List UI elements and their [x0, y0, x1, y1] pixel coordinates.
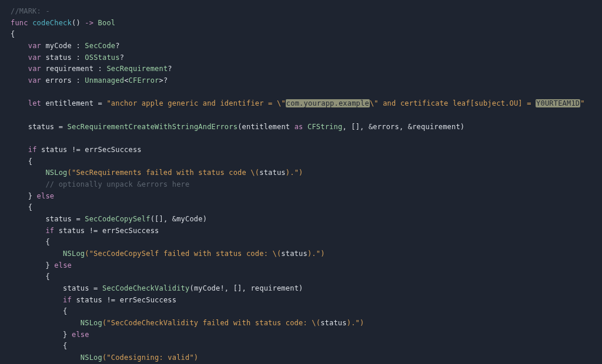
kw-var: var — [28, 65, 41, 73]
cond-status: status != — [41, 146, 81, 154]
fn-parens: () — [72, 19, 81, 27]
type-cferror: CFError — [129, 76, 159, 85]
kw-var: var — [28, 53, 41, 62]
eq: = — [59, 123, 63, 131]
log3-mid: status — [320, 319, 347, 327]
brace: } — [63, 331, 67, 339]
colon: : — [76, 42, 80, 50]
lhs-status: status = — [45, 215, 80, 223]
kw-else: else — [54, 261, 72, 269]
str-ent-1: "anchor apple generic and identifier = \… — [106, 99, 285, 107]
str-ent-3: " — [580, 99, 584, 107]
colon: : — [98, 65, 102, 73]
brace: { — [28, 203, 32, 211]
brace: { — [63, 342, 67, 350]
log1-post: ).") — [286, 168, 303, 177]
err-const: errSecSuccess — [102, 227, 159, 235]
type-seccode: SecCode — [85, 42, 115, 50]
cond-status: status != — [76, 296, 115, 304]
fn-checkvalidity: SecCodeCheckValidity — [102, 284, 190, 292]
comment-unpack: // optionally unpack &errors here — [45, 180, 189, 188]
hl-bundleid: com.yourapp.example — [286, 99, 370, 107]
eq: = — [98, 99, 102, 107]
kw-var: var — [28, 42, 41, 50]
kw-var: var — [28, 76, 41, 85]
log2-post: ).") — [307, 250, 325, 258]
brace: { — [45, 272, 49, 281]
arrow: -> — [85, 19, 93, 27]
arg-ent: entitlement — [242, 123, 290, 131]
paren: ( — [238, 123, 242, 131]
var-mycode: myCode — [45, 42, 72, 50]
gtq: >? — [159, 76, 168, 85]
kw-as: as — [295, 123, 303, 131]
log2-pre: ("SecCodeCopySelf failed with status cod… — [85, 250, 281, 258]
opt: ? — [115, 42, 119, 50]
fn-name: codeCheck — [32, 19, 72, 27]
str-ent-2: \" and certificate leaf[subject.OU] = — [370, 99, 536, 107]
brace: } — [45, 261, 49, 269]
log4: ("Codesigning: valid") — [102, 353, 198, 362]
err-const: errSecSuccess — [85, 146, 142, 154]
kw-if: if — [45, 227, 54, 235]
type-cfstring: CFString — [307, 123, 342, 131]
log3-pre: ("SecCodeCheckValidity failed with statu… — [102, 319, 320, 327]
nslog: NSLog — [81, 319, 102, 327]
log2-mid: status — [281, 250, 307, 258]
cond-status: status != — [59, 227, 98, 235]
type-bool: Bool — [98, 19, 116, 27]
var-errors: errors — [45, 76, 72, 85]
comment-mark: //MARK: - — [11, 7, 50, 15]
type-secreq: SecRequirement — [106, 65, 168, 73]
var-entitlement: entitlement — [45, 99, 93, 107]
fn-secreq-create: SecRequirementCreateWithStringAndErrors — [68, 123, 238, 131]
type-osstatus: OSStatus — [85, 53, 119, 62]
brace: } — [28, 192, 32, 200]
args-checkvalidity: (myCode!, [], requirement) — [189, 284, 303, 292]
colon: : — [76, 53, 80, 62]
brace: { — [63, 307, 67, 315]
nslog: NSLog — [63, 250, 85, 258]
lhs-status: status = — [63, 284, 98, 292]
brace: { — [11, 30, 15, 38]
args-copyself: ([], &myCode) — [150, 215, 208, 223]
lhs-status: status — [28, 123, 55, 131]
brace: { — [45, 238, 49, 246]
log1-pre: ("SecRequirements failed with status cod… — [68, 168, 260, 177]
colon: : — [76, 76, 80, 85]
kw-else: else — [72, 331, 89, 339]
kw-else: else — [37, 192, 55, 200]
log3-post: ).") — [347, 319, 364, 327]
nslog: NSLog — [45, 168, 67, 177]
opt: ? — [120, 53, 124, 62]
hl-teamid: Y0URTEAM1D — [536, 99, 580, 107]
var-req: requirement — [45, 65, 93, 73]
code-block: //MARK: - func codeCheck() -> Bool { var… — [0, 0, 602, 364]
lt: < — [124, 76, 128, 85]
opt: ? — [168, 65, 172, 73]
nslog: NSLog — [81, 353, 102, 362]
fn-copyself: SecCodeCopySelf — [85, 215, 150, 223]
kw-if: if — [28, 146, 37, 154]
kw-if: if — [63, 296, 72, 304]
kw-func: func — [11, 19, 28, 27]
var-status: status — [45, 53, 72, 62]
args-tail: , [], &errors, &requirement) — [342, 123, 464, 131]
log1-mid: status — [259, 168, 286, 177]
brace: { — [28, 157, 32, 166]
kw-let: let — [28, 99, 41, 107]
type-unmanaged: Unmanaged — [85, 76, 124, 85]
err-const: errSecSuccess — [120, 296, 177, 304]
